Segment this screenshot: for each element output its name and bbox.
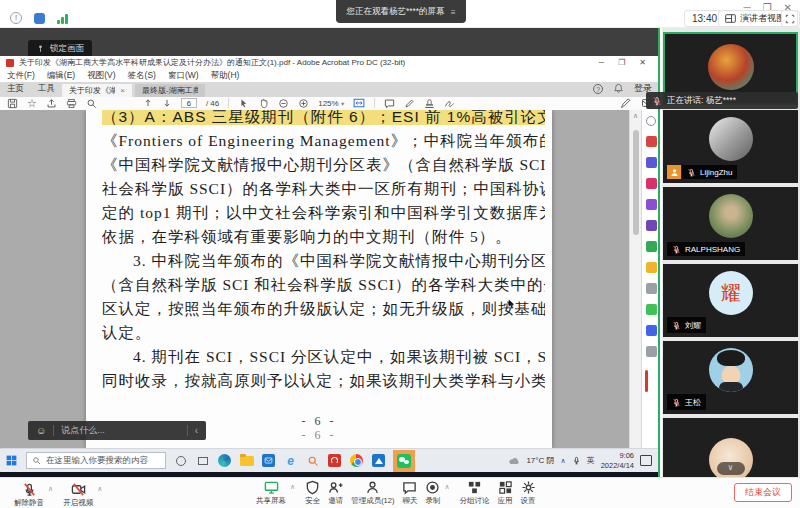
participant-tile-liuyao[interactable]: 耀 刘耀 [663,264,798,337]
participant-tile-lijingzhu[interactable]: LijingZhu [663,110,798,183]
taskbar-search-box[interactable]: 在这里输入你要搜索的内容 [26,452,166,469]
star-icon[interactable]: ☆ [27,98,37,108]
mic-options-chevron[interactable]: ∧ [48,479,53,493]
tab-close-icon[interactable]: × [120,86,125,95]
menu-view[interactable]: 视图(V) [87,70,115,82]
task-view-icon[interactable] [195,453,210,468]
emoji-icon[interactable]: ☺ [36,425,46,436]
stamp-tool-icon[interactable] [424,98,435,109]
unmute-button[interactable]: 解除静音 [10,479,48,508]
settings-button[interactable]: 设置 [517,477,540,506]
wechat-icon[interactable] [393,450,415,472]
end-meeting-button[interactable]: 结束会议 [734,483,792,502]
menu-help[interactable]: 帮助(H) [211,70,240,82]
scroll-up-icon[interactable]: ∧ [630,110,641,120]
banner-menu-icon[interactable]: ≡ [451,7,456,17]
security-button[interactable]: 安全 [301,477,324,506]
tray-clock[interactable]: 9:06 2022/4/14 [601,451,634,470]
create-pdf-icon[interactable] [646,157,657,168]
fit-width-icon[interactable] [353,97,365,109]
chat-button[interactable]: 聊天 [398,477,421,506]
watching-banner[interactable]: 您正在观看杨艺****的屏幕 ≡ [336,0,466,23]
everything-search-icon[interactable] [305,453,320,468]
pencil-tool-icon[interactable] [404,98,415,109]
meeting-info-icon[interactable]: ! [10,12,22,24]
export-pdf-icon[interactable] [646,136,657,147]
document-tab-active[interactable]: 关于印发《湖南工... × [62,84,132,97]
sign-pen-icon[interactable] [620,97,632,109]
acrobat-close-icon[interactable]: ✕ [639,58,646,67]
share-screen-button[interactable]: 共享屏幕 [252,477,290,506]
internet-explorer-icon[interactable]: e [283,453,298,468]
fill-sign-icon[interactable] [444,98,455,109]
record-button[interactable]: 录制 [421,477,444,506]
request-signatures-icon[interactable] [646,241,657,252]
collapse-icon[interactable]: ‹ [195,425,198,436]
breakout-rooms-button[interactable]: 分组讨论 [456,477,494,506]
document-tab-inactive[interactable]: 最终版-湖南工商... [135,84,205,97]
menu-sign[interactable]: 签名(S) [128,70,156,82]
tray-expand-icon[interactable]: ∧ [561,457,566,465]
vertical-scrollbar[interactable]: ∧ [629,110,641,448]
menu-window[interactable]: 窗口(W) [168,70,199,82]
cortana-icon[interactable] [173,453,188,468]
zoom-in-icon[interactable] [298,98,309,109]
camera-options-chevron[interactable]: ∧ [97,479,102,493]
hand-tool-icon[interactable] [258,98,269,109]
acrobat-maximize-icon[interactable]: ❐ [618,58,625,67]
participant-tile-ralphshang[interactable]: RALPHSHANG [663,187,798,260]
action-center-icon[interactable] [640,455,652,466]
acrobat-minimize-icon[interactable]: ─ [598,58,604,67]
redact-icon[interactable] [646,346,657,357]
file-explorer-icon[interactable] [239,453,254,468]
comment-tool-icon[interactable] [384,98,395,109]
start-button[interactable] [4,453,19,468]
record-options-chevron[interactable]: ∧ [444,477,449,506]
chat-input-placeholder[interactable]: 说点什么... [61,424,179,437]
chrome-icon[interactable] [349,453,364,468]
find-icon[interactable] [86,98,97,109]
acrobat-taskbar-icon[interactable] [327,453,342,468]
weather-label[interactable]: 17°C 阴 [526,455,554,466]
mail-icon[interactable] [261,453,276,468]
comment-icon[interactable] [646,283,657,294]
edit-pdf-icon[interactable] [646,220,657,231]
send-for-review-icon[interactable] [646,304,657,315]
start-video-button[interactable]: 开启视频 [59,479,97,508]
print-icon[interactable] [66,98,77,109]
edge-icon[interactable] [217,453,232,468]
tray-mic-icon[interactable] [572,456,581,465]
protect-icon[interactable] [646,325,657,336]
pin-screen-button[interactable]: 锁定画面 [28,40,92,57]
share-options-chevron[interactable]: ∧ [290,477,295,506]
participant-tile-more[interactable]: ∨ [663,418,798,477]
apps-button[interactable]: 应用 [494,477,517,506]
scrollbar-thumb[interactable] [633,130,639,235]
invite-button[interactable]: 邀请 [324,477,347,506]
select-tool-icon[interactable] [238,98,249,109]
previous-page-icon[interactable] [143,98,153,108]
combine-files-icon[interactable] [646,178,657,189]
chat-quick-bar[interactable]: ☺ 说点什么... ‹ [28,421,206,440]
zoom-out-icon[interactable] [278,98,289,109]
participant-tile-wangsong[interactable]: 王松 [663,341,798,414]
organize-pages-icon[interactable] [646,199,657,210]
help-icon[interactable]: ? [593,84,603,94]
tab-home[interactable]: 主页 [0,81,31,98]
next-page-icon[interactable] [162,98,172,108]
meeting-security-icon[interactable] [34,13,45,24]
ime-indicator[interactable]: 英 [587,455,595,466]
save-icon[interactable] [7,98,18,109]
share-upload-icon[interactable] [46,98,57,109]
notifications-bell-icon[interactable] [613,83,624,94]
manage-members-button[interactable]: 管理成员(12) [347,477,398,506]
photos-app-icon[interactable] [371,453,386,468]
panel-scroll-indicator[interactable] [645,370,648,392]
search-tool-icon[interactable] [646,116,656,126]
fullscreen-button[interactable] [781,10,798,27]
zoom-level-dropdown[interactable]: 125% ▾ [318,99,344,108]
tab-tools[interactable]: 工具 [31,81,62,98]
page-number-input[interactable]: 6 [181,98,197,108]
stamp-icon[interactable] [646,262,657,273]
scroll-participants-button[interactable]: ∨ [717,462,745,475]
